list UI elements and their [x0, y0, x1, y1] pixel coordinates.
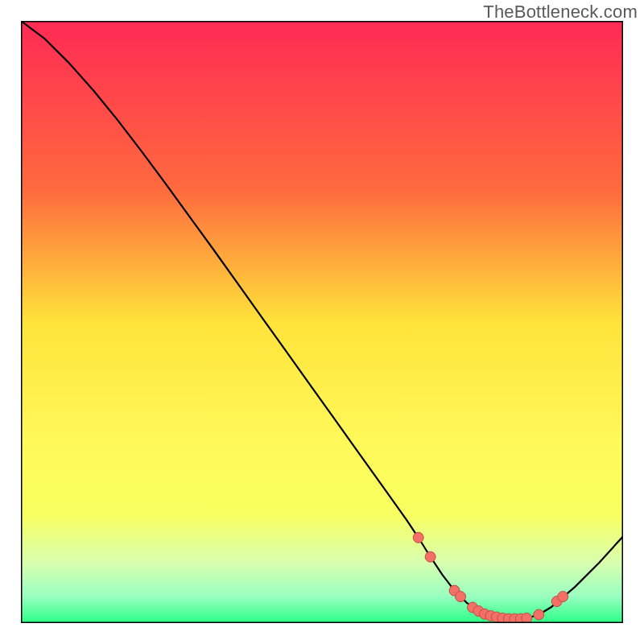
- data-dot: [558, 592, 568, 602]
- plot-area: [21, 21, 623, 623]
- data-dot: [425, 551, 436, 562]
- attribution-label: TheBottleneck.com: [483, 2, 638, 23]
- chart-svg: [21, 21, 623, 623]
- chart-container: TheBottleneck.com: [0, 0, 644, 644]
- data-dot: [534, 609, 544, 620]
- data-dot: [522, 613, 532, 623]
- data-dot: [456, 592, 466, 602]
- data-dot: [413, 532, 423, 543]
